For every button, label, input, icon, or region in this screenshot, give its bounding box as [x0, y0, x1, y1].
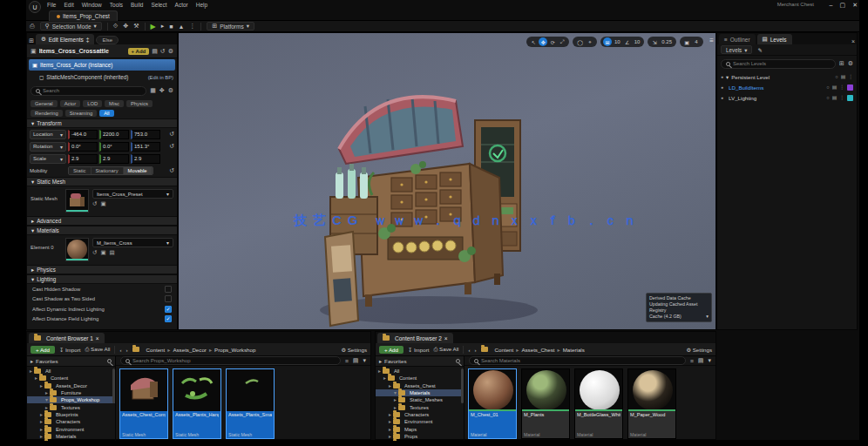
filter-icon[interactable]: ▦	[150, 87, 156, 94]
checkbox[interactable]: ✓	[165, 306, 172, 313]
view-option-icon[interactable]: ▤	[353, 357, 359, 364]
blueprint-icon[interactable]: ▤	[152, 48, 158, 55]
location-z-field[interactable]: 753.0	[131, 130, 160, 139]
asset-card[interactable]: M_Paper_Wood Material	[627, 368, 676, 439]
forward-icon[interactable]: ›	[126, 347, 128, 353]
menu-select[interactable]: Select	[151, 2, 166, 8]
menu-window[interactable]: Window	[82, 2, 102, 8]
save-icon[interactable]: ⎙	[30, 23, 35, 30]
visibility-icon[interactable]: ●	[721, 84, 723, 90]
level-action-icon[interactable]: ○	[826, 84, 830, 90]
rotation-y-field[interactable]: 0.0°	[99, 142, 129, 152]
grid-snap-icon[interactable]: ⊞	[603, 37, 612, 46]
tab-edit-elements[interactable]: ⚙Edit Elements‡	[36, 34, 95, 44]
scale-x-field[interactable]: 2.9	[68, 154, 98, 164]
add-level-icon[interactable]: ⊞	[839, 60, 844, 67]
camera-speed-value[interactable]: 4	[692, 37, 701, 46]
checkbox[interactable]: ✓	[165, 315, 172, 322]
level-action-icon[interactable]: ▤	[832, 95, 837, 100]
world-local-icon[interactable]: ◯	[575, 37, 585, 46]
asset-card[interactable]: M_Chest_01 Material	[468, 368, 517, 439]
close-button[interactable]: ✕	[852, 0, 858, 10]
tree-folder-characters[interactable]: ▸Characters	[27, 418, 115, 425]
tree-folder-assets_decor[interactable]: ▸Assets_Decor	[27, 382, 115, 389]
back-icon[interactable]: ‹	[468, 347, 470, 353]
chip-general[interactable]: General	[31, 100, 58, 107]
chip-actor[interactable]: Actor	[60, 100, 81, 107]
import-button[interactable]: ↧ Import	[408, 347, 429, 353]
chip-all[interactable]: All	[99, 110, 113, 117]
favorites-header[interactable]: ▸Favorites	[376, 356, 464, 367]
tree-folder-materials[interactable]: ▾Materials	[376, 389, 464, 396]
play-button[interactable]: ▶	[151, 23, 156, 30]
breadcrumb-item[interactable]: Assets_Chest	[521, 347, 554, 353]
app-logo-icon[interactable]: U	[29, 1, 41, 13]
chip-physics[interactable]: Physics	[126, 100, 153, 107]
asset-action-icon[interactable]: ↺	[92, 249, 97, 256]
tree-scrollbar[interactable]	[112, 368, 115, 403]
details-search-input[interactable]: Search	[31, 86, 146, 96]
mobility-movable[interactable]: Movable	[124, 167, 153, 174]
location-x-field[interactable]: -464.0	[68, 130, 98, 139]
asset-action-icon[interactable]: ▣	[100, 249, 105, 256]
asset-card[interactable]: Assets_Plants_Hanging Static Mesh	[173, 368, 221, 439]
advanced-section-header[interactable]: ▸Advanced	[27, 216, 177, 226]
level-asset-tab[interactable]: Items_Prop_Chest	[49, 10, 118, 21]
content-browser-tab[interactable]: Content Browser 1 ×	[29, 333, 105, 343]
restore-button[interactable]: ▢	[840, 0, 846, 10]
tree-folder-environment[interactable]: ▸Environment	[27, 425, 115, 432]
view-option-icon[interactable]: ≡	[345, 358, 349, 364]
levels-settings-icon[interactable]: ⚙	[848, 60, 853, 67]
rotation-x-field[interactable]: 0.0°	[68, 142, 98, 152]
component-row[interactable]: ▣ Items_Cross_Actor (Instance)	[29, 59, 175, 71]
mobility-stationary[interactable]: Stationary	[92, 167, 124, 174]
menu-file[interactable]: File	[47, 2, 56, 8]
eject-button[interactable]: ▲	[178, 24, 184, 30]
rotate-icon[interactable]: ⟳	[548, 37, 557, 46]
level-action-icon[interactable]: ▤	[832, 84, 837, 90]
add-component-button[interactable]: + Add	[128, 48, 150, 55]
level-action-icon[interactable]: ⋮	[839, 95, 844, 100]
asset-card[interactable]: Assets_Plants_Small Static Mesh	[226, 368, 275, 439]
tree-folder-assets_chest[interactable]: ▸Assets_Chest	[376, 382, 464, 389]
scale-z-field[interactable]: 2.9	[131, 154, 160, 164]
tree-folder-props_workshop[interactable]: ▾Props_Workshop	[27, 396, 115, 403]
scale-icon[interactable]: ⤢	[558, 37, 566, 46]
menu-build[interactable]: Build	[131, 2, 143, 8]
scale-y-field[interactable]: 2.9	[99, 154, 129, 164]
breadcrumb-item[interactable]: Props_Workshop	[214, 347, 255, 353]
tree-folder-startercontent[interactable]: ▸StarterContent	[376, 440, 464, 441]
reset-icon[interactable]: ↺	[169, 131, 174, 138]
settings-button[interactable]: ⚙ Settings	[341, 347, 367, 353]
scale-dropdown[interactable]: Scale▾	[30, 154, 66, 164]
play-options-icon[interactable]: ⋮	[189, 23, 195, 30]
location-y-field[interactable]: 2200.0	[99, 130, 129, 139]
tree-folder-furniture[interactable]: ▸Furniture	[27, 389, 115, 396]
tree-folder-environment[interactable]: ▸Environment	[376, 418, 464, 425]
save-all-button[interactable]: ⎙ Save All	[433, 346, 458, 353]
breadcrumb-item[interactable]: Assets_Decor	[173, 347, 207, 353]
level-action-icon[interactable]: ○	[835, 74, 838, 79]
view-option-icon[interactable]: ▤	[698, 357, 704, 364]
tree-folder-maps[interactable]: ▸Maps	[27, 440, 115, 441]
tree-folder-characters[interactable]: ▸Characters	[376, 411, 464, 418]
level-row[interactable]: ● ▾ Persistent Level ○▤⋮	[717, 71, 857, 82]
tree-folder-static_meshes[interactable]: ▸Static_Meshes	[376, 396, 464, 403]
menu-edit[interactable]: Edit	[64, 2, 73, 8]
transform-icon[interactable]: ✥	[123, 23, 128, 30]
level-action-icon[interactable]: ○	[826, 95, 830, 100]
level-action-icon[interactable]: ⋮	[839, 84, 844, 90]
details-settings-icon[interactable]: ⚙	[168, 87, 173, 94]
create-icon[interactable]: ⟐	[113, 23, 119, 30]
favorites-header[interactable]: ▸Favorites	[27, 356, 115, 367]
level-row[interactable]: ● LV_Lighting ○▤⋮	[717, 92, 857, 103]
chevron-icon[interactable]: ▾	[726, 74, 729, 80]
menu-actor[interactable]: Actor	[175, 2, 188, 8]
rotation-snap-value[interactable]: 10	[633, 37, 642, 46]
add-button[interactable]: + Add	[379, 346, 403, 354]
back-icon[interactable]: ‹	[119, 347, 121, 353]
notification-popup[interactable]: Derived Data Cache Updating Cached Asset…	[646, 293, 712, 322]
view-option-icon[interactable]: ≡	[690, 358, 694, 364]
menu-tools[interactable]: Tools	[110, 2, 123, 8]
tree-folder-content[interactable]: ▸Content	[376, 375, 464, 382]
